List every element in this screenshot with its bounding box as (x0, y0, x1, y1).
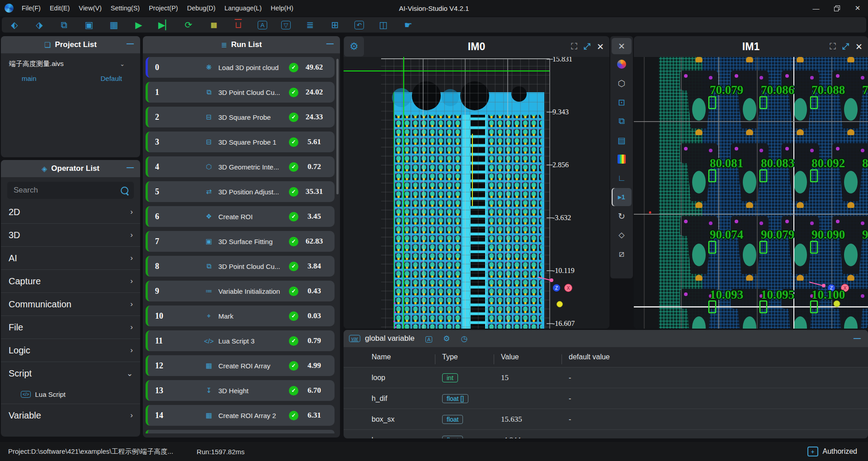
operator-category-capture[interactable]: Capture› (1, 269, 140, 292)
chevron-down-icon[interactable]: ⌄ (127, 369, 133, 378)
menu-language[interactable]: Language(L) (220, 5, 266, 12)
variable-row[interactable]: box_sxfloat15.635- (344, 409, 868, 429)
project-config[interactable]: Default (100, 75, 122, 82)
image-view-icon[interactable]: ▤ (612, 131, 632, 149)
chevron-right-icon[interactable]: › (130, 300, 133, 309)
project-entry[interactable]: main (22, 75, 37, 82)
run-list-item[interactable]: 3⊟3D Square Probe 1✓5.61 (146, 132, 335, 152)
run-list-item[interactable]: 13↧3D Height✓6.70 (146, 380, 335, 401)
close-view-icon[interactable]: ✕ (855, 42, 863, 52)
close-strip-icon[interactable]: ✕ (612, 38, 632, 54)
run-list-item[interactable]: 6❖Create ROI✓3.45 (146, 206, 335, 227)
im1-viewport[interactable]: Z X 70.07970.08670.088780.08180.08380.09… (634, 57, 868, 329)
view-3d-cube-icon[interactable]: ⬡ (612, 74, 632, 92)
focus-region-icon[interactable]: ⊡ (612, 93, 632, 111)
drag-hand-icon[interactable]: ☛ (403, 19, 414, 30)
chevron-right-icon[interactable]: › (130, 207, 133, 216)
run-loop-icon[interactable]: ⟳ (183, 19, 194, 30)
run-list-item[interactable]: 7▣3D Surface Fitting✓62.83 (146, 231, 335, 252)
restore-button[interactable] (826, 0, 847, 16)
test-flask-icon[interactable]: ▽ (281, 21, 291, 29)
operator-category-communication[interactable]: Communication› (1, 292, 140, 315)
service-settings-icon[interactable]: ≣ (305, 19, 316, 30)
variable-history-icon[interactable]: ◷ (461, 334, 468, 343)
copy-view-icon[interactable]: ⧉ (612, 112, 632, 130)
menu-debug[interactable]: Debug(D) (183, 5, 220, 12)
import-project-icon[interactable]: ⧉ (59, 19, 70, 30)
run-list-item[interactable]: 11</>Lua Script 3✓0.79 (146, 330, 335, 351)
rotate-view-icon[interactable]: ↻ (612, 207, 632, 225)
layout-icon[interactable]: ◫ (378, 19, 389, 30)
chevron-down-icon[interactable]: ⌄ (120, 61, 125, 67)
minimize-button[interactable]: — (806, 0, 826, 16)
save-all-icon[interactable]: ▦ (108, 19, 119, 30)
variable-settings-icon[interactable]: ⚙ (443, 334, 450, 343)
colormap-bars-icon[interactable] (612, 150, 632, 168)
run-list-item[interactable]: 2⊟3D Square Probe✓24.33 (146, 107, 335, 127)
operator-category-logic[interactable]: Logic› (1, 339, 140, 362)
chevron-right-icon[interactable]: › (130, 323, 133, 332)
run-list-item[interactable]: 4⬡3D Geometric Inte...✓0.72 (146, 156, 335, 177)
menu-view[interactable]: View(V) (74, 5, 106, 12)
operator-category-ai[interactable]: AI› (1, 246, 140, 269)
menu-setting[interactable]: Setting(S) (106, 5, 144, 12)
chevron-right-icon[interactable]: › (130, 254, 133, 263)
expand-view-icon[interactable]: ⤢ (584, 42, 590, 52)
chevron-right-icon[interactable]: › (130, 411, 133, 420)
run-step-icon[interactable]: ▶▏ (158, 19, 169, 30)
rename-window-icon[interactable]: A (258, 21, 267, 29)
project-list-minimize[interactable]: — (127, 40, 134, 48)
delete-icon[interactable]: ⊔ (233, 19, 244, 30)
operator-category-file[interactable]: File› (1, 315, 140, 339)
axis-xy-icon[interactable]: ∟ (612, 169, 632, 187)
run-list-item[interactable]: 1⧉3D Point Cloud Cu...✓24.02 (146, 82, 335, 103)
run-list-item[interactable]: 14▦Create ROI Array 2✓6.31 (146, 405, 335, 426)
pause-icon[interactable]: ▮▮ (208, 19, 219, 30)
search-input[interactable] (13, 185, 121, 195)
run-list-item[interactable]: 0❋Load 3D point cloud✓49.62 (146, 57, 335, 78)
run-icon[interactable]: ▶ (133, 19, 144, 30)
undo-icon[interactable]: ↶ (354, 21, 364, 29)
expand-view-icon[interactable]: ⤢ (842, 42, 849, 52)
close-button[interactable]: ✕ (847, 0, 868, 16)
run-list-item[interactable]: 10⌖Mark✓0.03 (146, 306, 335, 326)
chevron-right-icon[interactable]: › (130, 277, 133, 286)
variable-row[interactable]: loopint15- (344, 367, 868, 388)
capture-view-icon[interactable]: ⛶ (830, 42, 836, 52)
new-project-icon[interactable]: ⬖ (9, 19, 20, 30)
close-view-icon[interactable]: ✕ (597, 42, 604, 52)
chevron-right-icon[interactable]: › (130, 346, 133, 355)
operator-category-script[interactable]: Script⌄ (1, 362, 140, 385)
menu-file[interactable]: File(F) (17, 5, 45, 12)
menu-edit[interactable]: Edit(E) (45, 5, 74, 12)
operator-search[interactable] (7, 182, 134, 199)
variable-row[interactable]: h_diffloat []- (344, 388, 868, 409)
menu-project[interactable]: Project(P) (144, 5, 182, 12)
rename-variable-icon[interactable]: A (425, 336, 432, 343)
im0-settings-button[interactable]: ⚙ (344, 37, 364, 56)
operator-item-lua-script[interactable]: </>Lua Script (1, 385, 140, 404)
run-list-item[interactable]: 9≔Variable Initialization✓0.43 (146, 281, 335, 301)
point-readout-icon[interactable]: ▸1 (612, 188, 632, 206)
menu-help[interactable]: Help(H) (266, 5, 298, 12)
operator-category-variable[interactable]: Variable› (1, 404, 140, 427)
operator-list-minimize[interactable]: — (127, 164, 134, 172)
variable-panel-minimize[interactable]: — (854, 334, 861, 343)
run-list-scrollbar[interactable] (336, 59, 339, 194)
capture-view-icon[interactable]: ⛶ (571, 42, 577, 52)
variable-row[interactable]: box_syfloat-4.844 (344, 429, 868, 438)
run-list-item[interactable]: 5⇄3D Position Adjust...✓35.31 (146, 181, 335, 202)
chevron-right-icon[interactable]: › (130, 230, 133, 240)
cube-view-icon[interactable]: ⬦ (612, 226, 632, 244)
run-list-item[interactable]: 12▦Create ROI Array✓4.99 (146, 355, 335, 376)
im0-viewport[interactable]: Z X 15.8319.3432.856-3.632-10.119-16.607 (344, 57, 609, 329)
save-icon[interactable]: ▣ (84, 19, 94, 30)
render-colors-icon[interactable] (612, 55, 632, 73)
license-plug-icon[interactable]: + (807, 447, 818, 456)
operator-category-2d[interactable]: 2D› (1, 201, 140, 223)
add-view-icon[interactable]: ⊞ (330, 19, 340, 30)
run-list-minimize[interactable]: — (326, 40, 334, 48)
project-entry-row[interactable]: main Default (1, 71, 140, 85)
run-list-item[interactable]: 8⧉3D Point Cloud Cu...✓3.84 (146, 256, 335, 277)
project-file-row[interactable]: 端子高度测量.aivs ⌄ (1, 56, 140, 71)
